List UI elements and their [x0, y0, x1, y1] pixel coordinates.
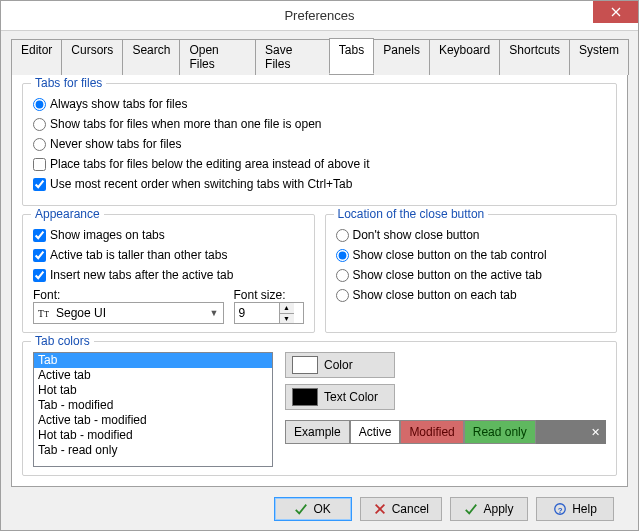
radio-close-tabcontrol[interactable] [336, 249, 349, 262]
list-item[interactable]: Tab - read only [34, 443, 272, 458]
list-item[interactable]: Active tab - modified [34, 413, 272, 428]
color-button-label: Color [324, 358, 353, 372]
tab-tabs[interactable]: Tabs [329, 38, 374, 74]
svg-text:T: T [38, 308, 44, 319]
help-icon: ? [553, 502, 567, 516]
check-icon [464, 502, 478, 516]
example-tab: Example [285, 420, 350, 444]
color-button[interactable]: Color [285, 352, 395, 378]
tab-editor[interactable]: Editor [11, 39, 62, 75]
button-label: Cancel [392, 502, 429, 516]
radio-label[interactable]: Show close button on the active tab [353, 268, 542, 282]
radio-show-multiple[interactable] [33, 118, 46, 131]
tab-panels[interactable]: Panels [373, 39, 430, 75]
font-icon: TT [38, 306, 52, 320]
radio-close-active[interactable] [336, 269, 349, 282]
group-title: Appearance [31, 207, 104, 221]
group-tabs-for-files: Tabs for files Always show tabs for file… [22, 83, 617, 206]
tab-system[interactable]: System [569, 39, 629, 75]
font-value: Segoe UI [56, 306, 106, 320]
font-size-input[interactable] [235, 303, 279, 323]
cancel-button[interactable]: Cancel [360, 497, 442, 521]
check-label[interactable]: Show images on tabs [50, 228, 165, 242]
example-tab-active: Active [350, 420, 401, 444]
example-tab-readonly: Read only [464, 420, 536, 444]
tab-cursors[interactable]: Cursors [61, 39, 123, 75]
close-icon [611, 7, 621, 17]
font-combo[interactable]: TT Segoe UI ▼ [33, 302, 224, 324]
spin-up[interactable]: ▲ [280, 303, 294, 314]
chevron-down-icon: ▼ [210, 308, 219, 318]
radio-label[interactable]: Don't show close button [353, 228, 480, 242]
group-tab-colors: Tab colors Tab Active tab Hot tab Tab - … [22, 341, 617, 476]
check-icon [294, 502, 308, 516]
button-label: OK [313, 502, 330, 516]
radio-label[interactable]: Show tabs for files when more than one f… [50, 117, 322, 131]
font-size-spinner[interactable]: ▲ ▼ [234, 302, 304, 324]
check-active-taller[interactable] [33, 249, 46, 262]
list-item[interactable]: Tab - modified [34, 398, 272, 413]
text-color-button-label: Text Color [324, 390, 378, 404]
check-label[interactable]: Place tabs for files below the editing a… [50, 157, 370, 171]
titlebar: Preferences [1, 1, 638, 31]
tab-keyboard[interactable]: Keyboard [429, 39, 500, 75]
check-label[interactable]: Active tab is taller than other tabs [50, 248, 227, 262]
example-close-icon[interactable]: ✕ [584, 420, 606, 444]
ok-button[interactable]: OK [274, 497, 352, 521]
example-tab-modified: Modified [400, 420, 463, 444]
window-close-button[interactable] [593, 1, 638, 23]
tab-save-files[interactable]: Save Files [255, 39, 330, 75]
group-close-location: Location of the close button Don't show … [325, 214, 618, 333]
check-tabs-below[interactable] [33, 158, 46, 171]
button-row: OK Cancel Apply ? Help [11, 487, 628, 521]
apply-button[interactable]: Apply [450, 497, 528, 521]
radio-label[interactable]: Never show tabs for files [50, 137, 181, 151]
radio-close-each[interactable] [336, 289, 349, 302]
svg-text:T: T [44, 310, 49, 319]
list-item[interactable]: Active tab [34, 368, 272, 383]
tab-search[interactable]: Search [122, 39, 180, 75]
check-show-images[interactable] [33, 229, 46, 242]
spin-down[interactable]: ▼ [280, 314, 294, 324]
example-spacer [536, 420, 584, 444]
tab-colors-listbox[interactable]: Tab Active tab Hot tab Tab - modified Ac… [33, 352, 273, 467]
tab-shortcuts[interactable]: Shortcuts [499, 39, 570, 75]
check-label[interactable]: Use most recent order when switching tab… [50, 177, 352, 191]
list-item[interactable]: Hot tab - modified [34, 428, 272, 443]
window-title: Preferences [284, 8, 354, 23]
check-insert-after-active[interactable] [33, 269, 46, 282]
radio-never-show[interactable] [33, 138, 46, 151]
text-color-button[interactable]: Text Color [285, 384, 395, 410]
group-appearance: Appearance Show images on tabs Active ta… [22, 214, 315, 333]
button-label: Apply [483, 502, 513, 516]
tab-panel: Tabs for files Always show tabs for file… [11, 75, 628, 487]
content-area: Editor Cursors Search Open Files Save Fi… [1, 31, 638, 531]
example-strip: Example Active Modified Read only ✕ [285, 420, 606, 444]
radio-label[interactable]: Show close button on each tab [353, 288, 517, 302]
font-label: Font: [33, 288, 224, 302]
x-icon [373, 502, 387, 516]
check-mru-order[interactable] [33, 178, 46, 191]
tab-open-files[interactable]: Open Files [179, 39, 256, 75]
group-title: Location of the close button [334, 207, 489, 221]
radio-label[interactable]: Always show tabs for files [50, 97, 187, 111]
list-item[interactable]: Tab [34, 353, 272, 368]
font-size-label: Font size: [234, 288, 304, 302]
preferences-window: Preferences Editor Cursors Search Open F… [0, 0, 639, 531]
color-swatch [292, 356, 318, 374]
color-swatch [292, 388, 318, 406]
radio-label[interactable]: Show close button on the tab control [353, 248, 547, 262]
tabstrip: Editor Cursors Search Open Files Save Fi… [11, 38, 628, 75]
svg-text:?: ? [558, 506, 563, 515]
radio-no-close[interactable] [336, 229, 349, 242]
check-label[interactable]: Insert new tabs after the active tab [50, 268, 233, 282]
list-item[interactable]: Hot tab [34, 383, 272, 398]
group-title: Tab colors [31, 334, 94, 348]
help-button[interactable]: ? Help [536, 497, 614, 521]
group-title: Tabs for files [31, 76, 106, 90]
button-label: Help [572, 502, 597, 516]
radio-always-show[interactable] [33, 98, 46, 111]
